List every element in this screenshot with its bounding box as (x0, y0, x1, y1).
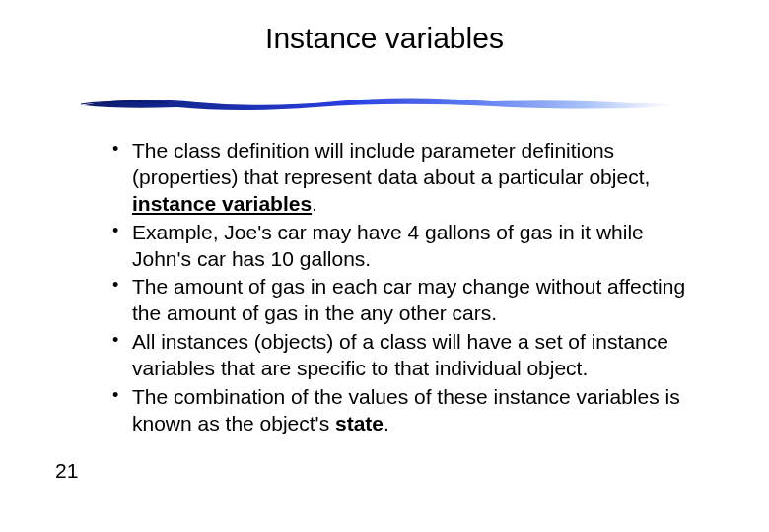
title-underline (79, 94, 670, 113)
bullet-item: The class definition will include parame… (110, 138, 692, 218)
bullet-text-post: . (312, 192, 317, 215)
bullet-item: All instances (objects) of a class will … (110, 329, 692, 382)
bullet-text-pre: The class definition will include parame… (132, 139, 650, 188)
bullet-item: Example, Joe's car may have 4 gallons of… (110, 220, 692, 273)
bullet-text-pre: The amount of gas in each car may change… (132, 275, 685, 324)
slide: Instance variables The class definition … (0, 0, 769, 532)
bullet-text-pre: Example, Joe's car may have 4 gallons of… (132, 221, 644, 270)
bullet-text-em: state (335, 412, 384, 434)
bullet-text-post: . (384, 412, 389, 434)
slide-title: Instance variables (0, 22, 769, 55)
bullet-list: The class definition will include parame… (110, 138, 692, 439)
bullet-text-pre: All instances (objects) of a class will … (132, 330, 668, 379)
bullet-item: The combination of the values of these i… (110, 384, 692, 437)
bullet-text-em: instance variables (132, 192, 312, 215)
bullet-text-pre: The combination of the values of these i… (132, 385, 680, 434)
bullet-item: The amount of gas in each car may change… (110, 274, 692, 327)
page-number: 21 (55, 459, 78, 483)
